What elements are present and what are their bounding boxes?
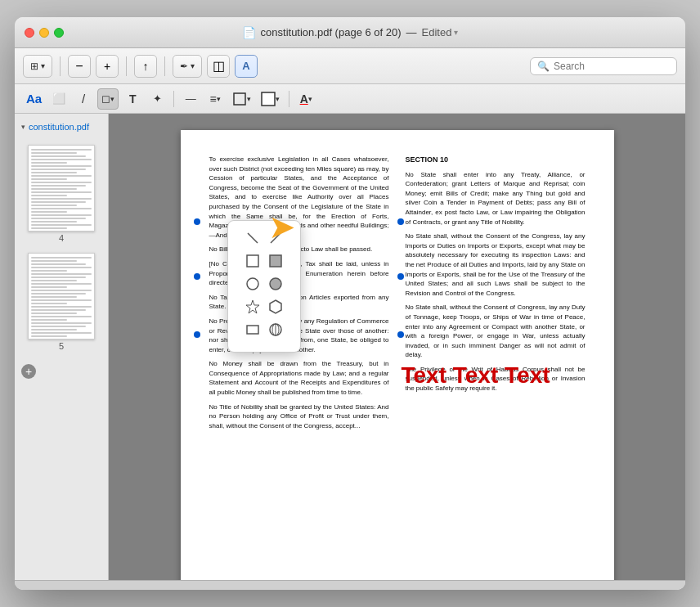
svg-point-7	[270, 278, 281, 290]
thumb-line	[31, 159, 92, 160]
thumb-image-4	[28, 145, 95, 232]
minimize-button[interactable]	[39, 28, 49, 38]
text-tool-button[interactable]: T	[122, 88, 143, 110]
thumb-line	[31, 195, 67, 196]
shapes-row-4	[236, 298, 292, 316]
circle-empty-shape[interactable]	[244, 275, 262, 293]
thumb-line	[31, 339, 92, 340]
horizontal-scrollbar[interactable]	[15, 580, 685, 590]
text-annotation[interactable]: Text Text Text	[402, 359, 550, 391]
thumb-line	[31, 326, 86, 327]
thumbnail-page-5[interactable]: 5	[28, 253, 95, 351]
font-button[interactable]: Aa	[23, 88, 45, 110]
zoom-in-button[interactable]: +	[96, 55, 119, 78]
svg-marker-9	[270, 300, 281, 313]
thumb-line	[31, 306, 92, 308]
shapes-row-5	[236, 321, 292, 339]
thumb-line	[31, 312, 77, 314]
maximize-button[interactable]	[54, 28, 64, 38]
align-button[interactable]: ≡ ▾	[204, 88, 226, 110]
fill-color-button[interactable]: ▾	[258, 88, 283, 110]
dot-annotation-1[interactable]	[194, 218, 200, 225]
thumb-line	[31, 201, 86, 203]
dot-annotation-5[interactable]	[397, 273, 404, 280]
hexagon-shape[interactable]	[267, 298, 285, 316]
thumb-line	[31, 332, 92, 334]
add-page-button[interactable]: +	[21, 364, 36, 379]
shapes-row-3	[236, 275, 292, 293]
line-diag2-shape[interactable]	[267, 229, 285, 247]
ann-sep-1	[173, 91, 174, 107]
draw-icon: /	[82, 92, 85, 106]
share-icon: ↑	[143, 60, 149, 73]
title-bar: 📄 constitution.pdf (page 6 of 20) — Edit…	[15, 17, 685, 48]
thumb-line	[31, 224, 92, 226]
dot-annotation-2[interactable]	[194, 273, 200, 280]
sidebar-filename: constitution.pdf	[29, 122, 89, 132]
thumb-line	[31, 286, 67, 288]
rect-empty-shape[interactable]	[244, 252, 262, 270]
edited-section[interactable]: Edited ▾	[422, 26, 459, 38]
svg-line-2	[248, 233, 258, 243]
align-chevron-icon: ▾	[217, 95, 221, 103]
dot-annotation-4[interactable]	[397, 218, 404, 225]
search-bar[interactable]: 🔍	[530, 57, 677, 75]
thumb-line	[31, 149, 92, 151]
line-diag1-shape[interactable]	[244, 229, 262, 247]
circle-filled-shape[interactable]	[267, 275, 285, 293]
thumb-line	[31, 335, 67, 337]
thumb-line	[31, 182, 92, 183]
dot-annotation-3[interactable]	[194, 331, 200, 338]
dot-annotation-6[interactable]	[397, 331, 404, 338]
svg-rect-10	[247, 326, 258, 334]
thumb-line	[31, 260, 77, 262]
border-style-button[interactable]: ▾	[229, 88, 254, 110]
globe-shape[interactable]	[267, 321, 285, 339]
thumb-line	[31, 191, 92, 193]
share-button[interactable]: ↑	[134, 55, 157, 78]
thumb-line	[31, 175, 92, 177]
thumbnail-page-4[interactable]: 4	[28, 145, 95, 243]
thumb-line	[31, 205, 77, 206]
title-separator: —	[406, 26, 417, 38]
thumb-line	[31, 185, 86, 187]
thumb-line	[31, 155, 86, 157]
line-style-button[interactable]: —	[180, 88, 201, 110]
pen-tool-button[interactable]: ✒ ▾	[173, 55, 202, 78]
pdf-view[interactable]: ➤ Text Text Text To exercise exclusive L…	[109, 114, 685, 580]
zoom-out-button[interactable]: −	[68, 55, 91, 78]
search-input[interactable]	[554, 61, 670, 72]
svg-rect-5	[270, 255, 281, 267]
rect-filled-shape[interactable]	[267, 252, 285, 270]
thumb-line	[31, 169, 86, 170]
thumb-line	[31, 178, 67, 180]
text-color-button[interactable]: A ▾	[295, 88, 316, 110]
thumb-line	[31, 280, 77, 281]
draw-button[interactable]: /	[73, 88, 94, 110]
shapes-chevron-icon: ▾	[110, 95, 114, 103]
thumb-line	[31, 322, 92, 324]
stamp-button[interactable]: ◫	[207, 55, 230, 78]
thumb-line	[31, 172, 77, 173]
text-box-button[interactable]: ⬜	[48, 88, 70, 110]
stamp-tool-button[interactable]: ✦	[146, 88, 168, 110]
star-shape[interactable]	[244, 298, 262, 316]
sign-button[interactable]: A	[235, 55, 258, 78]
svg-line-3	[271, 233, 280, 243]
close-button[interactable]	[25, 28, 34, 38]
thumb-line	[31, 221, 77, 223]
thumb-line	[31, 188, 77, 190]
sidebar-toggle-button[interactable]: ⊞ ▾	[23, 55, 52, 78]
thumb-line	[31, 162, 67, 164]
annotation-toolbar: Aa ⬜ / ◻ ▾ T ✦ — ≡ ▾ ▾	[15, 84, 685, 114]
pdf-page[interactable]: Text Text Text To exercise exclusive Leg…	[181, 130, 614, 580]
shapes-button[interactable]: ◻ ▾	[97, 88, 119, 110]
toolbar-sep-1	[60, 56, 61, 76]
stamp-icon: ◫	[213, 58, 225, 74]
thumb-line	[31, 270, 67, 272]
ann-sep-2	[289, 91, 289, 107]
rect2-shape[interactable]	[244, 321, 262, 339]
thumb-image-5	[28, 253, 95, 339]
thumb-line	[31, 263, 86, 265]
thumb-line	[31, 214, 92, 216]
